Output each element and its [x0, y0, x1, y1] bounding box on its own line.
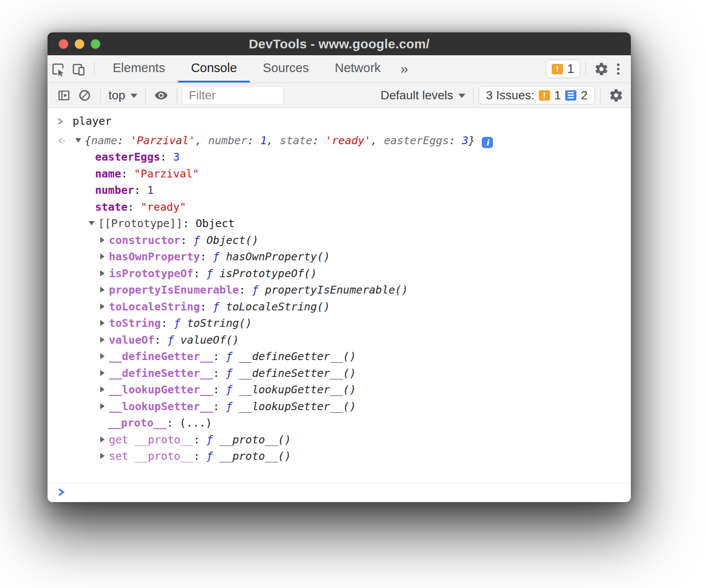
message-bubble-icon	[565, 90, 576, 101]
tab-console[interactable]: Console	[178, 55, 250, 82]
eye-icon	[154, 89, 168, 102]
console-row: __lookupGetter__: ƒ __lookupGetter__()	[48, 382, 631, 398]
token-fnkw: ƒ	[207, 267, 219, 280]
triangle-right-icon[interactable]	[100, 253, 105, 259]
device-toolbar-icon	[71, 62, 86, 76]
levels-label: Default levels	[381, 89, 453, 102]
device-toolbar-button[interactable]	[68, 59, 89, 79]
issues-label: 3 Issues:	[486, 89, 534, 102]
console-row: valueOf: ƒ valueOf()	[48, 332, 631, 349]
triangle-right-icon[interactable]	[100, 386, 105, 392]
triangle-right-icon[interactable]	[100, 353, 105, 359]
token-key-dim: hasOwnProperty	[109, 250, 200, 263]
triangle-right-icon[interactable]	[100, 287, 105, 293]
window-controls	[59, 32, 100, 55]
token-fnsig: __defineSetter__()	[239, 367, 356, 379]
triangle-right-icon[interactable]	[100, 337, 105, 343]
live-expression-button[interactable]	[151, 85, 172, 105]
triangle-right-icon[interactable]	[100, 403, 105, 409]
token-fnsig: Object()	[207, 234, 258, 247]
token-fnkw: ƒ	[226, 383, 239, 396]
inspect-cursor-icon	[51, 62, 65, 76]
more-tabs-button[interactable]: »	[394, 55, 415, 82]
token-num: 1	[147, 184, 153, 196]
token-punct: :	[213, 400, 226, 413]
token-pv-num: 1	[260, 134, 267, 147]
gear-icon	[594, 62, 609, 76]
issues-info-count: 2	[581, 89, 588, 102]
tab-elements[interactable]: Elements	[100, 55, 178, 82]
token-proto: [[Prototype]]	[98, 217, 183, 230]
triangle-right-icon[interactable]	[100, 270, 105, 276]
token-fnsig: __proto__()	[219, 433, 291, 446]
token-fnsig: __lookupSetter__()	[239, 400, 356, 413]
filter-input[interactable]	[182, 86, 284, 104]
zoom-window-button[interactable]	[91, 39, 100, 49]
token-key: state	[95, 201, 127, 213]
minimize-window-button[interactable]	[75, 39, 84, 49]
triangle-down-icon[interactable]	[89, 221, 95, 225]
token-pv-punct: ,	[371, 134, 384, 147]
token-punct: :	[200, 250, 213, 263]
token-pv-key: number	[208, 134, 247, 147]
title-bar: DevTools - www.google.com/	[48, 32, 631, 55]
console-log: player{name: 'Parzival', number: 1, stat…	[48, 108, 631, 465]
triangle-down-icon[interactable]	[75, 138, 81, 142]
token-pv-punct: :	[312, 134, 325, 147]
close-window-button[interactable]	[59, 39, 68, 49]
divider	[94, 62, 95, 76]
token-punct: :	[213, 367, 226, 379]
token-num: 3	[173, 151, 180, 163]
token-pv-key: state	[280, 134, 312, 147]
console-sidebar-button[interactable]	[54, 85, 74, 105]
error-count: 1	[567, 62, 574, 76]
console-row: get __proto__: ƒ __proto__()	[48, 432, 631, 449]
execution-context-selector[interactable]: top	[106, 89, 140, 102]
triangle-right-icon[interactable]	[100, 237, 105, 243]
token-punct: :	[161, 317, 174, 329]
inspect-element-button[interactable]	[48, 59, 68, 79]
log-levels-selector[interactable]: Default levels	[378, 89, 468, 102]
console-row: __proto__: (...)	[48, 415, 631, 432]
triangle-right-icon[interactable]	[100, 453, 105, 459]
console-row: isPrototypeOf: ƒ isPrototypeOf()	[48, 266, 631, 282]
token-pv-key: easterEggs	[384, 134, 449, 147]
console-settings-button[interactable]	[606, 85, 626, 105]
main-menu-button[interactable]	[612, 59, 625, 79]
token-pv-punct: ,	[267, 134, 280, 147]
console-row: {name: 'Parzival', number: 1, state: 're…	[48, 133, 631, 149]
token-key-dim: __proto__	[108, 417, 166, 429]
triangle-right-icon[interactable]	[100, 436, 105, 443]
console-row: name: "Parzival"	[48, 166, 631, 183]
triangle-right-icon[interactable]	[100, 320, 105, 326]
block-icon	[78, 89, 91, 102]
console-prompt[interactable]	[48, 483, 631, 502]
token-punct: :	[121, 168, 134, 180]
token-pv-punct: :	[247, 134, 260, 147]
console-row: __lookupSetter__: ƒ __lookupSetter__()	[48, 398, 631, 415]
token-punct: :	[194, 267, 207, 280]
issues-warning-count: 1	[554, 89, 561, 102]
clear-console-button[interactable]	[74, 85, 95, 105]
info-icon[interactable]: i	[482, 137, 493, 148]
tab-sources[interactable]: Sources	[250, 55, 321, 82]
settings-button[interactable]	[591, 59, 612, 79]
console-row: [[Prototype]]: Object	[48, 215, 631, 232]
token-str: "ready"	[140, 201, 186, 213]
token-fnkw: ƒ	[226, 400, 239, 413]
console-row: toString: ƒ toString()	[48, 315, 631, 332]
console-row: easterEggs: 3	[48, 149, 631, 166]
tab-network[interactable]: Network	[322, 55, 394, 82]
token-pv-punct: :	[117, 134, 130, 147]
token-key: easterEggs	[95, 151, 160, 163]
token-punct: :	[134, 184, 147, 196]
console-errors-badge[interactable]: ! 1	[546, 60, 580, 78]
token-plain: (...)	[180, 417, 212, 429]
warning-bubble-icon: !	[539, 90, 550, 101]
issues-badge[interactable]: 3 Issues: ! 1 2	[479, 86, 595, 104]
triangle-right-icon[interactable]	[100, 370, 105, 376]
console-row: hasOwnProperty: ƒ hasOwnProperty()	[48, 249, 631, 266]
token-punct: :	[239, 284, 252, 296]
token-fnsig: propertyIsEnumerable()	[265, 284, 408, 296]
triangle-right-icon[interactable]	[100, 303, 105, 310]
